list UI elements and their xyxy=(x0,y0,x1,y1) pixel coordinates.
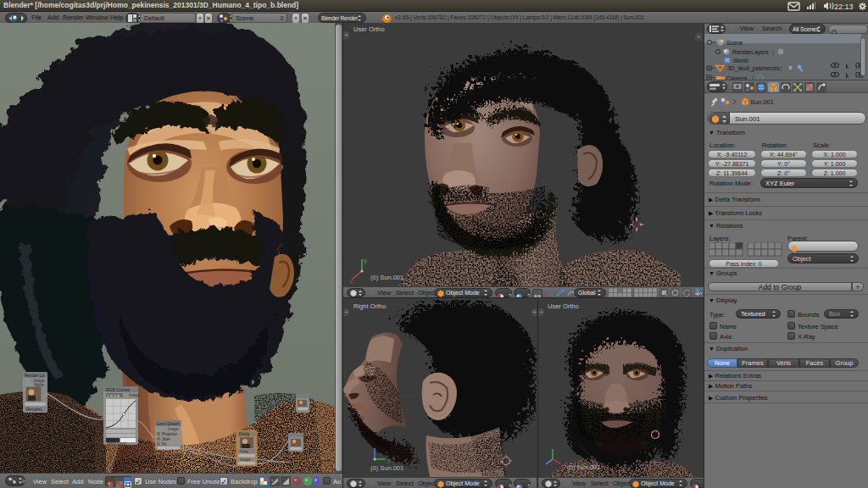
svg-text:Image: Image xyxy=(240,458,251,462)
svg-text:y: y xyxy=(364,257,367,264)
svg-text:Alpha: Alpha xyxy=(34,383,44,387)
svg-text:Projector: Projector xyxy=(162,432,178,436)
svg-text:Lens Distort: Lens Distort xyxy=(157,421,180,426)
svg-text:y: y xyxy=(387,457,391,463)
svg-text:Jitter: Jitter xyxy=(162,437,170,441)
svg-text:Dodg: Dodg xyxy=(240,449,248,453)
svg-text:Image: Image xyxy=(129,393,140,397)
svg-text:RenderL: RenderL xyxy=(26,407,42,412)
svg-text:RGB Curves: RGB Curves xyxy=(106,387,131,392)
svg-text:Sun.001: Sun.001 xyxy=(750,98,774,106)
svg-text:Dodg: Dodg xyxy=(239,431,249,436)
svg-text:22:13: 22:13 xyxy=(834,3,854,11)
svg-text:Fit: Fit xyxy=(162,442,167,446)
svg-text:C R G B: C R G B xyxy=(107,394,120,398)
svg-text:Image: Image xyxy=(168,427,179,431)
svg-text:Black Level: Black Level xyxy=(107,441,126,446)
svg-text:(0) Sun.001: (0) Sun.001 xyxy=(370,464,403,472)
svg-text:x: x xyxy=(349,278,353,285)
svg-text:Render La: Render La xyxy=(25,373,45,378)
svg-text:(0) Sun.001: (0) Sun.001 xyxy=(567,463,600,471)
